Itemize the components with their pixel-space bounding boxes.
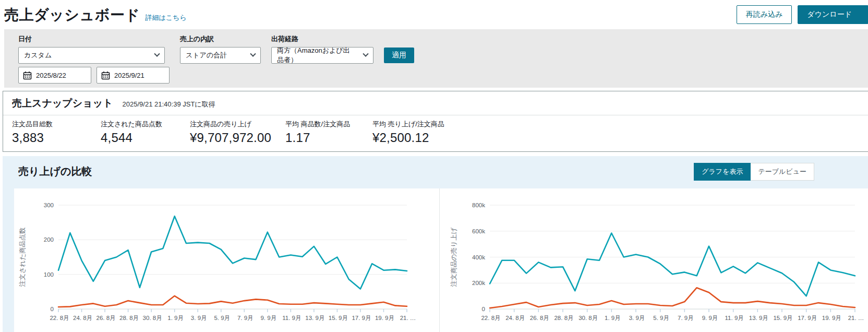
svg-text:注文商品の売り上げ: 注文商品の売り上げ [450,228,457,288]
calendar-icon [23,71,32,80]
sales-comparison-section: 売り上げの比較 グラフを表示 テーブルビュー 010020030022. 8月2… [3,156,868,332]
stat-units-ordered: 注文された商品点数 4,544 [101,120,190,145]
svg-text:300: 300 [44,202,54,208]
svg-text:1. 9月: 1. 9月 [605,315,621,321]
filter-bar: 日付 カスタム 2025/8/22 2025/9/21 売上の内訳 ストアの合計 [4,29,868,88]
apply-button[interactable]: 適用 [384,48,414,63]
svg-text:11. 9月: 11. 9月 [725,315,744,321]
date-preset-select[interactable]: カスタム [18,47,165,64]
view-toggle: グラフを表示 テーブルビュー [694,163,814,181]
product-sales-chart-svg: 0200k400k600k800k22. 8月24. 8月26. 8月28. 8… [440,194,867,330]
svg-text:13. 9月: 13. 9月 [749,315,768,321]
snapshot-title: 売上スナップショット [12,97,113,110]
svg-text:26. 8月: 26. 8月 [97,315,116,321]
table-view-button[interactable]: テーブルビュー [751,163,814,181]
stats-row: 注文品目総数 3,883 注文された商品点数 4,544 注文商品の売り上げ ¥… [3,115,868,151]
svg-text:400k: 400k [472,254,485,260]
svg-text:0: 0 [51,306,54,312]
svg-text:200k: 200k [472,280,485,286]
svg-text:3. 9月: 3. 9月 [629,315,645,321]
download-button[interactable]: ダウンロード [798,5,868,24]
svg-text:24. 8月: 24. 8月 [505,315,525,321]
svg-text:17. 9月: 17. 9月 [798,315,817,321]
svg-text:5. 9月: 5. 9月 [214,315,230,321]
svg-text:15. 9月: 15. 9月 [329,315,348,321]
chevron-down-icon [363,51,368,57]
chevron-down-icon [154,51,160,57]
svg-text:11. 9月: 11. 9月 [282,315,301,321]
graph-view-button[interactable]: グラフを表示 [694,163,751,181]
product-sales-chart: 0200k400k600k800k22. 8月24. 8月26. 8月28. 8… [440,188,867,332]
date-from-value: 2025/8/22 [36,72,66,79]
svg-text:22. 8月: 22. 8月 [481,315,500,321]
svg-text:28. 8月: 28. 8月 [554,315,573,321]
snapshot-timestamp: 2025/9/21 21:40:39 JSTに取得 [123,100,215,109]
channel-select[interactable]: 両方（Amazonおよび出品者） [271,47,373,64]
chevron-down-icon [250,51,256,57]
svg-text:0: 0 [482,306,485,312]
stat-avg-sales-per-order: 平均 売り上げ/注文商品 ¥2,500.12 [372,120,487,145]
date-filter-label: 日付 [18,34,170,44]
breakdown-select[interactable]: ストアの合計 [180,47,261,64]
svg-text:7. 9月: 7. 9月 [678,315,694,321]
comparison-title: 売り上げの比較 [18,164,92,179]
page-title: 売上ダッシュボード [4,5,140,25]
date-from-input[interactable]: 2025/8/22 [18,67,91,84]
svg-text:100: 100 [44,271,54,278]
date-to-input[interactable]: 2025/9/21 [97,67,170,84]
stat-avg-units-per-order: 平均 商品数/注文商品 1.17 [285,120,372,145]
svg-text:7. 9月: 7. 9月 [237,315,254,321]
svg-text:800k: 800k [472,202,485,208]
channel-value: 両方（Amazonおよび出品者） [277,46,356,65]
svg-text:30. 8月: 30. 8月 [143,315,162,321]
breakdown-filter-label: 売上の内訳 [180,34,261,44]
svg-text:21. …: 21. … [400,315,416,321]
svg-text:13. 9月: 13. 9月 [305,315,324,321]
date-preset-value: カスタム [24,51,52,60]
svg-text:24. 8月: 24. 8月 [73,315,92,321]
units-ordered-chart-svg: 010020030022. 8月24. 8月26. 8月28. 8月30. 8月… [14,194,439,330]
page-header: 売上ダッシュボード 詳細はこちら 再読み込み ダウンロード [0,0,868,29]
svg-text:9. 9月: 9. 9月 [702,315,718,321]
sales-snapshot-card: 売上スナップショット 2025/9/21 21:40:39 JSTに取得 注文品… [3,91,868,152]
stat-total-order-items: 注文品目総数 3,883 [12,120,101,145]
svg-text:21. …: 21. … [848,315,864,321]
svg-text:200: 200 [44,236,54,243]
svg-text:5. 9月: 5. 9月 [653,315,669,321]
svg-text:注文された商品点数: 注文された商品点数 [19,227,26,287]
svg-text:19. 9月: 19. 9月 [822,315,841,321]
svg-text:600k: 600k [472,228,485,234]
svg-text:1. 9月: 1. 9月 [167,315,184,321]
svg-text:19. 9月: 19. 9月 [375,315,394,321]
svg-text:30. 8月: 30. 8月 [578,315,598,321]
calendar-icon [101,71,110,80]
details-link[interactable]: 詳細はこちら [145,13,186,22]
stat-ordered-product-sales: 注文商品の売り上げ ¥9,707,972.00 [190,120,285,145]
channel-filter-label: 出荷経路 [271,34,373,44]
svg-text:9. 9月: 9. 9月 [260,315,276,321]
svg-text:22. 8月: 22. 8月 [50,315,69,321]
svg-text:26. 8月: 26. 8月 [530,315,549,321]
svg-text:15. 9月: 15. 9月 [773,315,792,321]
svg-text:3. 9月: 3. 9月 [191,315,207,321]
svg-text:28. 8月: 28. 8月 [119,315,139,321]
units-ordered-chart: 010020030022. 8月24. 8月26. 8月28. 8月30. 8月… [14,188,440,332]
svg-text:17. 9月: 17. 9月 [352,315,371,321]
date-to-value: 2025/9/21 [114,72,144,79]
breakdown-value: ストアの合計 [186,51,227,60]
charts-panel: 010020030022. 8月24. 8月26. 8月28. 8月30. 8月… [14,188,868,332]
reload-button[interactable]: 再読み込み [737,5,792,24]
